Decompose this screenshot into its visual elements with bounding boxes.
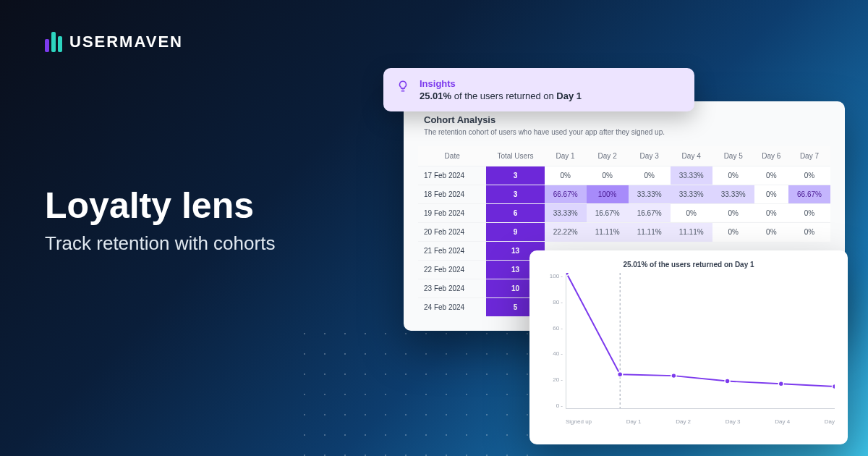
insights-text: 25.01% of the users returned on Day 1	[420, 90, 582, 101]
table-header: Day 2	[587, 146, 629, 166]
svg-point-6	[832, 384, 835, 389]
table-row: 19 Feb 2024633.33%16.67%16.67%0%0%0%0%	[418, 204, 830, 223]
table-header: Day 1	[545, 146, 587, 166]
svg-point-5	[778, 381, 783, 387]
decorative-dots	[304, 333, 537, 456]
hero-title: Loyalty lens	[45, 185, 275, 227]
insights-title: Insights	[420, 78, 582, 89]
chart-x-axis: Signed upDay 1Day 2Day 3Day 4Day	[566, 418, 835, 425]
lightbulb-icon	[396, 80, 409, 93]
chart-area: 100 -80 -60 -40 -20 -0 - Signed upDay 1D…	[542, 273, 835, 425]
table-header: Total Users	[486, 146, 544, 166]
brand-logo: USERMAVEN	[45, 32, 183, 52]
table-header: Day 5	[712, 146, 754, 166]
table-header: Day 7	[788, 146, 830, 166]
svg-point-1	[566, 273, 569, 275]
table-row: 20 Feb 2024922.22%11.11%11.11%11.11%0%0%…	[418, 223, 830, 242]
cohort-title: Cohort Analysis	[418, 114, 830, 125]
svg-point-2	[618, 372, 623, 377]
logo-icon	[45, 32, 62, 52]
hero-block: Loyalty lens Track retention with cohort…	[45, 185, 275, 255]
table-header: Day 3	[629, 146, 671, 166]
svg-point-3	[671, 373, 676, 379]
brand-name: USERMAVEN	[69, 33, 183, 51]
table-header: Day 6	[754, 146, 788, 166]
retention-chart-card: 25.01% of the users returned on Day 1 10…	[529, 250, 848, 444]
table-row: 17 Feb 202430%0%0%33.33%0%0%0%	[418, 166, 830, 185]
hero-subtitle: Track retention with cohorts	[45, 232, 275, 255]
chart-y-axis: 100 -80 -60 -40 -20 -0 -	[542, 273, 563, 409]
chart-title: 25.01% of the users returned on Day 1	[542, 261, 835, 269]
table-header: Date	[418, 146, 486, 166]
chart-plot	[566, 273, 835, 409]
insights-callout: Insights 25.01% of the users returned on…	[383, 68, 694, 111]
table-row: 18 Feb 2024366.67%100%33.33%33.33%33.33%…	[418, 185, 830, 204]
table-header: Day 4	[671, 146, 712, 166]
svg-point-4	[725, 379, 730, 384]
cohort-subtitle: The retention cohort of users who have u…	[418, 128, 830, 136]
